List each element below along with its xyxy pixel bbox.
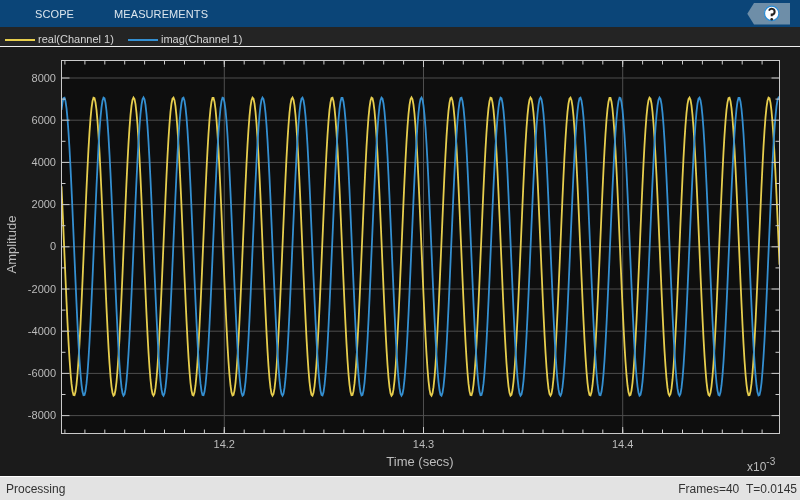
- svg-text:-6000: -6000: [28, 367, 56, 379]
- svg-text:-4000: -4000: [28, 325, 56, 337]
- svg-text:14.2: 14.2: [214, 438, 235, 450]
- svg-text:Amplitude: Amplitude: [4, 216, 19, 274]
- svg-text:Time (secs): Time (secs): [386, 454, 453, 469]
- svg-text:-2000: -2000: [28, 283, 56, 295]
- svg-text:8000: 8000: [32, 72, 56, 84]
- svg-text:6000: 6000: [32, 114, 56, 126]
- svg-text:2000: 2000: [32, 198, 56, 210]
- svg-text:0: 0: [50, 240, 56, 252]
- svg-text:4000: 4000: [32, 156, 56, 168]
- svg-text:14.3: 14.3: [413, 438, 434, 450]
- svg-text:-8000: -8000: [28, 409, 56, 421]
- svg-text:14.4: 14.4: [612, 438, 633, 450]
- svg-text:x10-3: x10-3: [747, 456, 776, 474]
